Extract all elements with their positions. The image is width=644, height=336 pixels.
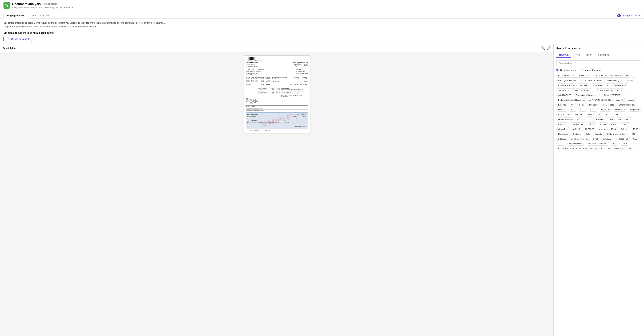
- tag-item[interactable]: Federal: 3. $25 Additional Tax: [556, 98, 586, 102]
- tag-item[interactable]: 32.00: [578, 108, 587, 112]
- tag-item[interactable]: 4,160.00: [556, 122, 568, 126]
- tag-item[interactable]: JOHN STILES: [556, 93, 573, 97]
- pricing-icon: S: [617, 14, 621, 17]
- tag-item[interactable]: Medicare Tax: [614, 137, 630, 141]
- tag-item[interactable]: Important Notes: [567, 142, 586, 146]
- tag-item[interactable]: rate: [569, 103, 576, 107]
- tag-item[interactable]: -8.43: [610, 142, 618, 146]
- tag-item[interactable]: Pay date:: [578, 83, 590, 87]
- tag-item[interactable]: Other Benefits and: [617, 103, 638, 107]
- tag-item[interactable]: Exemptions/Allowances:: [574, 93, 600, 97]
- tag-item[interactable]: CO. FILE DEPT. CLOCK NUMBER: [556, 74, 592, 78]
- zoom-out-button[interactable]: 🔍: [541, 46, 545, 50]
- tag-item[interactable]: 10.00: [606, 118, 614, 121]
- tag-item[interactable]: Title: [584, 132, 592, 136]
- tag-item[interactable]: Overtime: [572, 113, 584, 117]
- tag-item[interactable]: Sick Hrs: [618, 127, 630, 131]
- result-tab-signatures[interactable]: Signatures: [595, 52, 612, 58]
- tag-item[interactable]: Period ending:: [605, 79, 622, 82]
- app-title: Document analysis: [12, 2, 41, 6]
- tag-item[interactable]: 0.51: [576, 118, 583, 121]
- tag-item[interactable]: Holiday: [594, 118, 604, 121]
- tag-item[interactable]: NY State Income Tax: [586, 142, 609, 146]
- tag-item[interactable]: Statutory: [571, 132, 583, 136]
- segment-by-word-option[interactable]: Segment by word: [580, 69, 601, 71]
- tag-item[interactable]: hours: [578, 103, 586, 107]
- search-labels-input[interactable]: [556, 60, 641, 66]
- tag-item[interactable]: 16,640.00: [599, 108, 612, 112]
- tag-item[interactable]: 37.43*: [609, 122, 618, 126]
- tag-item[interactable]: 7/18/2008: [622, 79, 635, 82]
- tab-batch-prediction[interactable]: Batch prediction: [29, 13, 52, 18]
- tag-item[interactable]: 8.00: [616, 118, 623, 121]
- tag-item[interactable]: 320.00: [588, 108, 598, 112]
- tag-item[interactable]: 1: [632, 74, 636, 78]
- tag-item[interactable]: 10.00: [568, 108, 577, 112]
- tag-item[interactable]: NYC Income Tax: [606, 147, 625, 151]
- tag-item[interactable]: Earnings Statement: [556, 79, 578, 82]
- tab-single-prediction[interactable]: Single prediction: [4, 13, 28, 18]
- tag-item[interactable]: 23,526.80: [583, 127, 596, 131]
- tag-item[interactable]: Group Term Life: [556, 118, 574, 121]
- tag-item[interactable]: Deductions: [556, 132, 570, 136]
- tag-item[interactable]: 840.00: [587, 122, 597, 126]
- result-tab-rawtext[interactable]: Raw text: [556, 52, 571, 58]
- tag-item[interactable]: Earnings: [556, 103, 568, 107]
- segment-by-line-option[interactable]: Segment by line: [556, 69, 576, 71]
- result-tab-tables[interactable]: Tables: [583, 52, 595, 58]
- tag-item[interactable]: 1.00: [594, 113, 602, 117]
- tag-item[interactable]: 40.00: [609, 127, 618, 131]
- tag-item[interactable]: this period: [587, 103, 600, 107]
- tag-item[interactable]: ANY COMPANY CORP.: [579, 79, 604, 82]
- tag-item[interactable]: ABC 126543 123456 12345 00000000: [592, 74, 630, 78]
- tag-item[interactable]: 475 ANY AVENUE: [556, 83, 576, 87]
- tag-item[interactable]: 7/25/2008: [591, 83, 604, 87]
- tag-item[interactable]: Social Security Number: 987-65-4321: [556, 88, 594, 92]
- tag-item[interactable]: EFFECTIVE THIS PAY PERIOD YOUR REGULAR: [556, 147, 605, 151]
- app-header: Document analysis AI SOLUTION Analyze do…: [0, 0, 644, 11]
- tag-item[interactable]: 80.00: [624, 118, 633, 121]
- result-tab-forms[interactable]: Forms: [571, 52, 583, 58]
- tag-item[interactable]: total to date: [556, 113, 571, 117]
- tag-item[interactable]: Taxable Marital Status: Married: [594, 88, 626, 92]
- tag-item[interactable]: Operator: [593, 132, 604, 136]
- tag-item[interactable]: $ 452.43: [571, 127, 582, 131]
- tag-item[interactable]: 2,111.20: [556, 137, 568, 141]
- tag-item[interactable]: 15.00: [603, 113, 612, 117]
- doc-panel-header: Paystub.jpg 🔍 🔎: [0, 44, 554, 52]
- tag-item[interactable]: Gross Pay: [556, 127, 570, 131]
- pricing-link[interactable]: S Pricing Information: [617, 14, 640, 17]
- tag-item[interactable]: -6.56: [630, 137, 639, 141]
- doc-viewport[interactable]: ABC 126543 123456 12345 00000000 1 ANY C…: [0, 52, 554, 336]
- tag-item[interactable]: 1,946.80: [619, 122, 631, 126]
- tag-item[interactable]: 438.36: [620, 142, 630, 146]
- tag-item[interactable]: State: 2: [614, 98, 624, 102]
- tag-item[interactable]: ANYTOWN, USA 12345: [588, 98, 613, 102]
- tag-item[interactable]: 341.12: [556, 142, 566, 146]
- tag-item[interactable]: this period: [628, 108, 641, 112]
- tag-item[interactable]: -5.94: [626, 147, 634, 151]
- tag-item[interactable]: -40.60: [628, 132, 638, 136]
- tag-item[interactable]: Information: [613, 108, 626, 112]
- tag-item[interactable]: Local: 2: [626, 98, 636, 102]
- tag-item[interactable]: Vac Hrs: [597, 127, 608, 131]
- upload-document-button[interactable]: 📄 Upload document: [4, 36, 32, 42]
- tag-item[interactable]: 16.00: [631, 127, 640, 131]
- doc-filename: Paystub.jpg: [3, 47, 16, 49]
- segment-options-row: Segment by line Segment by word: [556, 69, 641, 71]
- tag-item[interactable]: 15.00: [585, 113, 594, 117]
- tag-item[interactable]: 780.00: [613, 113, 623, 117]
- tag-item[interactable]: ANYTOWN USA 10101: [605, 83, 630, 87]
- tag-item[interactable]: year to date: [602, 103, 616, 107]
- tag-item[interactable]: -28.05: [591, 137, 600, 141]
- zoom-in-button[interactable]: 🔎: [547, 46, 551, 50]
- tag-item[interactable]: Regular: [556, 108, 567, 112]
- tag-item[interactable]: Federal Income Tax: [606, 132, 627, 136]
- tag-item[interactable]: Social Security Tax: [569, 137, 590, 141]
- tag-item[interactable]: 1,458.60: [601, 137, 613, 141]
- tag-item[interactable]: Loan Amt Paid: [569, 122, 586, 126]
- tag-item[interactable]: Tuition: [598, 122, 608, 126]
- ai-badge: AI SOLUTION: [42, 3, 58, 5]
- tag-item[interactable]: 101 MAIN STREET: [601, 93, 622, 97]
- tag-item[interactable]: 27.00: [584, 118, 593, 121]
